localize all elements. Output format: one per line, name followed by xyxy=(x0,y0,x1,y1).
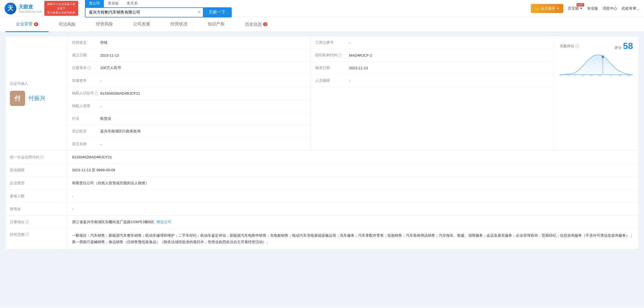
hot-badge: HOT xyxy=(577,3,584,6)
value-org-code: MAD4RJCF-2 xyxy=(349,53,372,57)
help-icon-addr[interactable]: ? xyxy=(25,220,29,224)
address-row: 注册地址 ? 浙江省嘉兴市南湖区东栅街道广益路1338号1幢B区 附近公司 xyxy=(5,216,639,229)
more-btn[interactable]: 此处有掌... xyxy=(622,6,639,11)
label-tax-qual: 纳税人资质 xyxy=(72,103,100,108)
tab-badge-0: 4 xyxy=(34,22,38,26)
logo-area: 天 天眼查 TianYanCha.com 国家中小企业发展子基金旗下 官方备案企… xyxy=(5,1,78,16)
row-former-name: 曾用名 xyxy=(5,203,67,216)
row-tax-id: 纳税人识别号 ? 91330402MAD4RJCF21 xyxy=(67,87,310,100)
header-right: 👑 会员服务 ▼ 百宝箱 HOT ▼ 专业版 消息中心 此处有掌... xyxy=(531,4,639,13)
svg-text:3: 3 xyxy=(575,74,576,76)
score-chart: 0 1 3 15 50 85 97 99 100 xyxy=(560,54,633,79)
right-values-col: 91330402MAD4RJCF21 2023-11-13 至 9999-09-… xyxy=(67,151,639,216)
msg-btn[interactable]: 消息中心 xyxy=(603,6,617,11)
search-area: 查公司 查老板 查关系 × 天眼一下 xyxy=(85,0,232,17)
nav-tabs: 企业背景 4 司法风险 经营风险 公司发展 经营状况 知识产权 历史信息 3 xyxy=(0,17,644,32)
tianyan-score-label: 天眼评分 ? xyxy=(560,44,579,49)
score-chart-svg: 0 1 3 15 50 85 97 99 100 xyxy=(560,54,633,76)
row-established: 成立日期 2023-11-13 xyxy=(67,49,310,62)
label-org-code: 组织机构代码 ? xyxy=(315,53,349,58)
right-col: 工商注册号 - 组织机构代码 ? MAD4RJCF-2 核准日期 2023-11… xyxy=(311,36,554,150)
help-icon-score[interactable]: ? xyxy=(575,44,579,48)
legal-rep-info: 付 付振兴 xyxy=(10,91,63,106)
value-industry: 租赁业 xyxy=(100,116,111,121)
label-paid-capital: 实缴资本 xyxy=(72,78,100,83)
search-input[interactable] xyxy=(86,8,195,17)
tab-company-development[interactable]: 公司发展 xyxy=(123,17,160,32)
badge-line1: 国家中小企业发展子基金旗下 xyxy=(47,2,76,10)
value-biz-reg-no: - xyxy=(349,41,350,45)
tab-badge-6: 3 xyxy=(263,22,268,26)
value-tax-qual: - xyxy=(100,104,101,108)
lower-section: 统一社会信用代码 ? 营业期限 企业类型 参保人数 曾用名 91330402MA xyxy=(5,151,639,216)
score-display: 评分 58 xyxy=(614,41,633,51)
svg-text:50: 50 xyxy=(590,74,593,76)
tab-enterprise-background[interactable]: 企业背景 4 xyxy=(6,17,49,32)
tab-history[interactable]: 历史信息 3 xyxy=(235,17,278,32)
score-prefix: 评分 xyxy=(614,45,622,50)
label-established: 成立日期 xyxy=(72,53,100,58)
label-tax-id: 纳税人识别号 ? xyxy=(72,91,100,96)
address-text: 浙江省嘉兴市南湖区东栅街道广益路1338号1幢B区 xyxy=(72,220,154,225)
score-col: 天眼评分 ? 评分 58 xyxy=(554,36,639,150)
row-credit-code: 统一社会信用代码 ? xyxy=(5,151,67,164)
label-biz-reg-no: 工商注册号 xyxy=(315,40,349,45)
svg-text:1: 1 xyxy=(568,74,569,76)
search-input-wrapper: × 天眼一下 xyxy=(85,7,232,17)
help-icon-regcap[interactable]: ? xyxy=(87,66,91,70)
svg-text:15: 15 xyxy=(582,74,584,76)
help-icon-taxid[interactable]: ? xyxy=(95,92,98,95)
member-btn[interactable]: 👑 会员服务 ▼ xyxy=(531,4,563,13)
help-icon-credit[interactable]: ? xyxy=(40,155,44,159)
nearby-company-link[interactable]: 附近公司 xyxy=(157,220,171,225)
row-reg-authority: 登记机关 嘉兴市南湖区行政审批局 xyxy=(67,125,310,138)
member-label: 会员服务 xyxy=(541,6,555,11)
label-reg-capital: 注册资本 ? xyxy=(72,65,100,70)
tab-ip[interactable]: 知识产权 xyxy=(198,17,235,32)
scope-row: 经营范围 ? 一般项目：汽车销售；新能源汽车整车销售；机动车修理和维护；二手车经… xyxy=(5,229,639,249)
content-card: 法定代表人 付 付振兴 经营状态 存续 成立日期 2023-11-13 xyxy=(5,36,639,250)
help-icon-scope[interactable]: ? xyxy=(25,232,29,236)
avatar[interactable]: 付 xyxy=(10,91,25,106)
header: 天 天眼查 TianYanCha.com 国家中小企业发展子基金旗下 官方备案企… xyxy=(0,0,644,17)
chevron-down-icon: ▼ xyxy=(557,7,559,10)
val-insured: - xyxy=(67,190,639,203)
chevron-down-icon2: ▼ xyxy=(580,7,582,10)
score-top: 天眼评分 ? 评分 58 xyxy=(560,41,633,51)
row-company-type: 企业类型 xyxy=(5,177,67,190)
search-clear-icon[interactable]: × xyxy=(196,8,203,17)
help-icon-org[interactable]: ? xyxy=(338,54,341,57)
label-staff-size: 人员规模 xyxy=(315,78,349,83)
baobao-btn[interactable]: 百宝箱 HOT ▼ xyxy=(568,6,582,11)
value-reg-capital: 100万人民币 xyxy=(100,65,121,70)
row-paid-capital: 实缴资本 - xyxy=(67,74,310,87)
left-labels-col: 统一社会信用代码 ? 营业期限 企业类型 参保人数 曾用名 xyxy=(5,151,67,216)
value-established: 2023-11-13 xyxy=(100,53,119,57)
tab-operation-risk[interactable]: 经营风险 xyxy=(86,17,123,32)
middle-col: 经营状态 存续 成立日期 2023-11-13 注册资本 ? 100万人民币 实… xyxy=(67,36,311,150)
search-button[interactable]: 天眼一下 xyxy=(203,8,231,17)
value-reg-authority: 嘉兴市南湖区行政审批局 xyxy=(100,129,141,134)
row-staff-size: 人员规模 - xyxy=(311,74,554,87)
top-info-row: 法定代表人 付 付振兴 经营状态 存续 成立日期 2023-11-13 xyxy=(5,36,639,151)
label-jingying-status: 经营状态 xyxy=(72,40,100,45)
tab-query-relation[interactable]: 查关系 xyxy=(123,0,142,7)
svg-text:100: 100 xyxy=(627,74,631,76)
row-org-code: 组织机构代码 ? MAD4RJCF-2 xyxy=(311,49,554,62)
row-insured: 参保人数 xyxy=(5,190,67,203)
row-approve-date: 核准日期 2023-11-13 xyxy=(311,62,554,74)
row-jingying-status: 经营状态 存续 xyxy=(67,36,310,49)
pro-btn[interactable]: 专业版 xyxy=(587,6,598,11)
rep-name[interactable]: 付振兴 xyxy=(29,94,45,102)
svg-text:99: 99 xyxy=(619,74,621,76)
logo-main-text: 天眼查 xyxy=(19,4,42,10)
tab-query-company[interactable]: 查公司 xyxy=(85,0,104,7)
tab-query-boss[interactable]: 查老板 xyxy=(104,0,123,7)
svg-point-1 xyxy=(602,56,604,58)
tab-operation-status[interactable]: 经营状况 xyxy=(160,17,198,32)
svg-text:85: 85 xyxy=(599,74,601,76)
tab-judicial-risk[interactable]: 司法风险 xyxy=(49,17,86,32)
val-company-type: 有限责任公司（自然人投资或控股的法人独资） xyxy=(67,177,639,190)
scope-label-cell: 经营范围 ? xyxy=(5,229,67,249)
svg-text:97: 97 xyxy=(610,74,612,76)
